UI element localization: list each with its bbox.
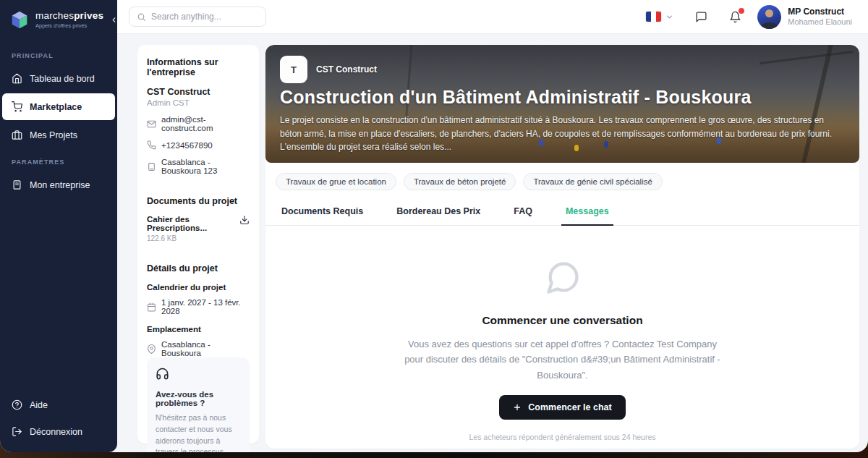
owner-avatar: T — [280, 56, 307, 83]
owner-name: CST Construct — [316, 64, 377, 75]
help-circle-icon — [12, 399, 22, 410]
envelope-icon — [147, 119, 156, 129]
download-icon — [239, 215, 250, 225]
brand-tagline: Appels d'offres privés — [35, 23, 103, 29]
company-address: Casablanca - Bouskoura 123 — [161, 158, 250, 175]
language-selector[interactable] — [646, 12, 673, 22]
tag-badge: Travaux de génie civil spécialisé — [523, 173, 663, 190]
sidebar-section-settings: PARAMÈTRES — [0, 148, 117, 171]
tag-badge: Travaux de grue et location — [276, 173, 396, 190]
sidebar-item-label: Marketplace — [30, 102, 82, 112]
messages-button[interactable] — [695, 11, 707, 23]
user-company: MP Construct — [788, 7, 852, 17]
cart-icon — [12, 101, 22, 112]
brand-name: marchesprives — [35, 11, 103, 22]
user-menu[interactable]: MP Construct Mohamed Elaouni — [757, 5, 852, 29]
sidebar-item-label: Déconnexion — [30, 427, 82, 437]
sidebar: marchesprives Appels d'offres privés PRI… — [0, 0, 117, 452]
top-bar: MP Construct Mohamed Elaouni — [117, 0, 868, 34]
search-input[interactable] — [151, 12, 258, 22]
home-icon — [12, 73, 22, 84]
tab-faq[interactable]: FAQ — [509, 202, 537, 226]
company-address-row: Casablanca - Bouskoura 123 — [147, 158, 250, 175]
project-title: Construction d'un Bâtiment Administratif… — [280, 87, 845, 108]
document-row: Cahier des Prescriptions... 122.6 KB — [147, 215, 250, 242]
map-pin-icon — [147, 344, 156, 354]
tag-badge: Travaux de béton projeté — [404, 173, 516, 190]
tab-bordereau-des-prix[interactable]: Bordereau Des Prix — [392, 202, 485, 226]
sidebar-section-principal: PRINCIPAL — [0, 42, 117, 65]
logout-icon — [12, 426, 22, 437]
chat-bubble-outline-icon — [544, 259, 582, 297]
briefcase-icon — [12, 130, 22, 140]
conversation-body: Vous avez des questions sur cet appel d'… — [400, 336, 726, 383]
sidebar-item-marketplace[interactable]: Marketplace — [2, 93, 115, 120]
chevron-down-icon — [665, 13, 673, 21]
french-flag-icon — [646, 12, 661, 22]
sidebar-item-dashboard[interactable]: Tableau de bord — [0, 65, 117, 92]
company-role: Admin CST — [147, 98, 250, 107]
location-value: Casablanca - Bouskoura — [161, 340, 250, 357]
document-size: 122.6 KB — [147, 234, 239, 242]
calendar-icon — [147, 302, 156, 312]
project-tags: Travaux de grue et location Travaux de b… — [265, 163, 859, 190]
company-phone: +1234567890 — [161, 141, 213, 150]
tab-documents-requis[interactable]: Documents Requis — [277, 202, 367, 226]
calendar-label: Calendrier du projet — [147, 283, 250, 292]
project-hero: T CST Construct Construction d'un Bâtime… — [265, 45, 859, 163]
document-name: Cahier des Prescriptions... — [147, 215, 239, 232]
company-email: admin@cst-construct.com — [161, 115, 250, 132]
tab-messages[interactable]: Messages — [561, 202, 613, 226]
notification-badge — [739, 8, 744, 14]
sidebar-item-label: Mes Projets — [30, 130, 77, 140]
support-title: Avez-vous des problèmes ? — [156, 390, 241, 407]
panel-title: Informations sur l'entreprise — [147, 57, 250, 77]
response-time-note: Les acheteurs répondent généralement sou… — [265, 433, 859, 441]
support-body: N'hésitez pas à nous contacter et nous v… — [156, 412, 241, 452]
location-label: Emplacement — [147, 325, 250, 334]
brand-cube-icon — [9, 9, 30, 31]
notifications-button[interactable] — [729, 11, 741, 23]
calendar-value: 1 janv. 2027 - 13 févr. 2028 — [161, 298, 250, 315]
company-info-panel: Informations sur l'entreprise CST Constr… — [137, 45, 259, 444]
start-chat-button[interactable]: Commencer le chat — [499, 395, 625, 420]
project-panel: T CST Construct Construction d'un Bâtime… — [265, 45, 859, 449]
building-icon — [147, 162, 156, 171]
search-input-wrapper — [129, 7, 266, 27]
sidebar-item-label: Tableau de bord — [30, 74, 95, 84]
project-tabs: Documents Requis Bordereau Des Prix FAQ … — [265, 202, 859, 226]
support-box: Avez-vous des problèmes ? N'hésitez pas … — [147, 357, 250, 452]
details-title: Détails du projet — [147, 263, 250, 273]
plus-icon — [513, 403, 522, 412]
messages-empty-state: Commencer une conversation Vous avez des… — [265, 226, 859, 441]
company-email-row: admin@cst-construct.com — [147, 115, 250, 132]
sidebar-item-company[interactable]: Mon entreprise — [0, 171, 117, 198]
search-icon — [137, 12, 146, 22]
conversation-title: Commencer une conversation — [265, 314, 859, 327]
documents-title: Documents du projet — [147, 196, 250, 206]
project-description: Le projet consiste en la construction d'… — [280, 114, 845, 154]
sidebar-item-logout[interactable]: Déconnexion — [0, 418, 117, 445]
sidebar-item-projects[interactable]: Mes Projets — [0, 122, 117, 148]
user-avatar — [757, 5, 781, 29]
sidebar-item-label: Mon entreprise — [30, 180, 90, 190]
phone-icon — [147, 140, 156, 150]
app-window: marchesprives Appels d'offres privés PRI… — [0, 0, 868, 452]
sidebar-item-label: Aide — [30, 400, 48, 410]
user-name: Mohamed Elaouni — [788, 17, 852, 27]
location-row: Casablanca - Bouskoura — [147, 340, 250, 357]
brand-logo: marchesprives Appels d'offres privés — [0, 0, 117, 42]
download-button[interactable] — [239, 215, 250, 227]
company-name: CST Construct — [147, 87, 250, 97]
sidebar-item-help[interactable]: Aide — [0, 391, 117, 418]
start-chat-label: Commencer le chat — [528, 402, 611, 412]
journal-icon — [12, 179, 22, 190]
headset-icon — [156, 367, 169, 381]
calendar-row: 1 janv. 2027 - 13 févr. 2028 — [147, 298, 250, 315]
company-phone-row: +1234567890 — [147, 140, 250, 150]
chat-bubble-icon — [695, 11, 707, 23]
